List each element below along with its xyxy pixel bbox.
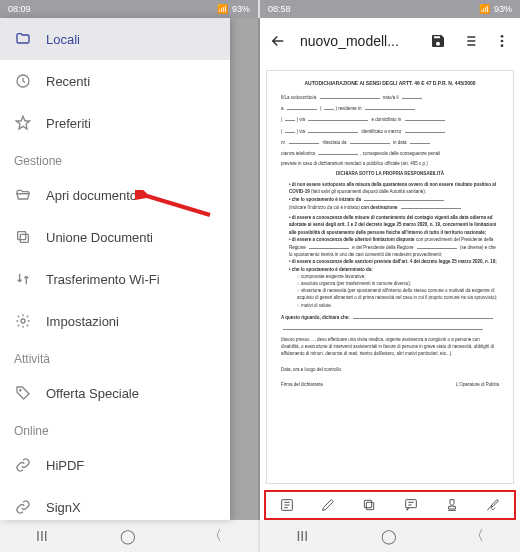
tool-sign-icon[interactable]	[483, 495, 503, 515]
tool-stamp-icon[interactable]	[442, 495, 462, 515]
svg-point-3	[21, 319, 25, 323]
drawer-item-unione[interactable]: Unione Documenti	[0, 216, 230, 258]
link-icon	[14, 456, 32, 474]
drawer-overlay[interactable]	[230, 18, 260, 520]
tag-icon	[14, 384, 32, 402]
document-title: nuovo_modell...	[300, 33, 416, 49]
document-viewport[interactable]: AUTODICHIARAZIONE AI SENSI DEGLI ARTT. 4…	[260, 64, 520, 490]
svg-point-8	[501, 40, 504, 43]
star-icon	[14, 114, 32, 132]
left-screenshot: 08:09 📶93% Locali Recenti	[0, 0, 260, 552]
tool-copy-icon[interactable]	[359, 495, 379, 515]
svg-rect-2	[18, 232, 26, 240]
nav-home[interactable]: ◯	[120, 528, 136, 544]
drawer-label: HiPDF	[46, 458, 84, 473]
drawer-label: Apri documento	[46, 188, 137, 203]
drawer-item-wifi[interactable]: Trasferimento Wi-Fi	[0, 258, 230, 300]
section-attivita: Attività	[0, 342, 230, 372]
svg-point-4	[20, 390, 21, 391]
section-gestione: Gestione	[0, 144, 230, 174]
folder-open-icon	[14, 186, 32, 204]
drawer-label: Preferiti	[46, 116, 91, 131]
svg-point-7	[501, 35, 504, 38]
svg-rect-13	[405, 500, 416, 508]
back-icon[interactable]	[268, 31, 288, 51]
drawer-label: Locali	[46, 32, 80, 47]
tool-comment-icon[interactable]	[401, 495, 421, 515]
drawer-item-hipdf[interactable]: HiPDF	[0, 444, 230, 486]
status-bar-left: 08:09 📶93%	[0, 0, 258, 18]
doc-heading: AUTODICHIARAZIONE AI SENSI DEGLI ARTT. 4…	[281, 79, 499, 87]
drawer-label: Recenti	[46, 74, 90, 89]
status-icons: 📶93%	[217, 4, 250, 14]
link-icon	[14, 498, 32, 516]
folder-icon	[14, 30, 32, 48]
drawer-item-offerta[interactable]: Offerta Speciale	[0, 372, 230, 414]
status-time: 08:09	[8, 4, 31, 14]
drawer-item-recenti[interactable]: Recenti	[0, 60, 230, 102]
drawer-label: SignX	[46, 500, 81, 515]
tool-pen-icon[interactable]	[318, 495, 338, 515]
right-screenshot: 08:58 📶93% nuovo_modell... AUTODICHIARAZ…	[260, 0, 520, 552]
drawer-item-impostazioni[interactable]: Impostazioni	[0, 300, 230, 342]
nav-recent[interactable]: III	[36, 528, 48, 544]
transfer-icon	[14, 270, 32, 288]
bottom-toolbar	[264, 490, 516, 520]
section-online: Online	[0, 414, 230, 444]
android-navbar-right: III ◯ 〈	[260, 520, 520, 552]
doc-subtitle: DICHIARA SOTTO LA PROPRIA RESPONSABILITÀ	[281, 170, 499, 177]
svg-point-9	[501, 44, 504, 47]
gear-icon	[14, 312, 32, 330]
drawer-label: Offerta Speciale	[46, 386, 139, 401]
nav-recent[interactable]: III	[296, 528, 308, 544]
drawer-label: Unione Documenti	[46, 230, 153, 245]
svg-rect-1	[20, 234, 28, 242]
status-bar-right: 08:58 📶93%	[260, 0, 520, 18]
status-time: 08:58	[268, 4, 291, 14]
document-page: AUTODICHIARAZIONE AI SENSI DEGLI ARTT. 4…	[266, 70, 514, 484]
drawer-label: Impostazioni	[46, 314, 119, 329]
copy-icon	[14, 228, 32, 246]
more-icon[interactable]	[492, 31, 512, 51]
clock-icon	[14, 72, 32, 90]
svg-rect-11	[367, 502, 374, 509]
save-icon[interactable]	[428, 31, 448, 51]
nav-drawer: Locali Recenti Preferiti Gestione Apri	[0, 18, 230, 520]
drawer-label: Trasferimento Wi-Fi	[46, 272, 160, 287]
nav-back[interactable]: 〈	[470, 527, 484, 545]
drawer-item-apri-documento[interactable]: Apri documento	[0, 174, 230, 216]
status-icons: 📶93%	[479, 4, 512, 14]
svg-rect-12	[365, 500, 372, 507]
drawer-item-locali[interactable]: Locali	[0, 18, 230, 60]
drawer-item-preferiti[interactable]: Preferiti	[0, 102, 230, 144]
tool-outline-icon[interactable]	[277, 495, 297, 515]
list-icon[interactable]	[460, 31, 480, 51]
nav-back[interactable]: 〈	[208, 527, 222, 545]
app-header: nuovo_modell...	[260, 18, 520, 64]
android-navbar-left: III ◯ 〈	[0, 520, 258, 552]
nav-home[interactable]: ◯	[381, 528, 397, 544]
drawer-item-signx[interactable]: SignX	[0, 486, 230, 520]
